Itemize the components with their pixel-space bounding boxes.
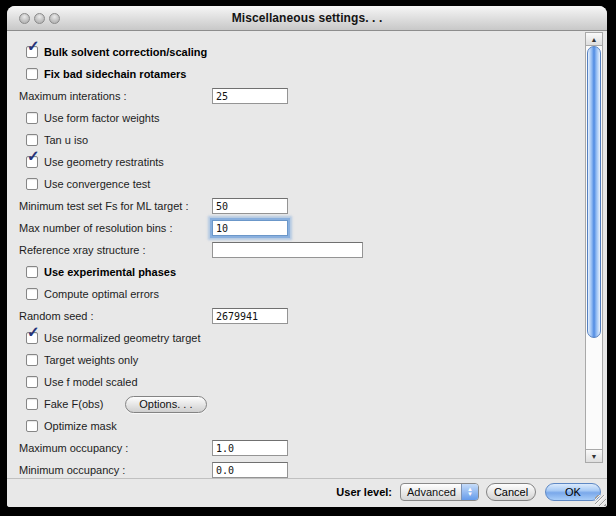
close-icon[interactable] xyxy=(19,13,30,24)
checkbox-label: Use convergence test xyxy=(44,178,150,190)
row-optimize-mask: Optimize mask xyxy=(19,415,607,437)
row-geometry-restraints: ✓ Use geometry restratints xyxy=(19,151,607,173)
row-fake-fobs: Fake F(obs) Options. . . xyxy=(19,393,607,415)
checkbox-label: Use geometry restratints xyxy=(44,156,164,168)
row-max-occupancy: Maximum occupancy : xyxy=(19,437,607,459)
checkbox-optimal-errors[interactable] xyxy=(26,288,38,300)
min-occupancy-input[interactable] xyxy=(212,462,288,478)
resize-grip[interactable] xyxy=(595,495,606,506)
field-label: Minimum test set Fs for ML target : xyxy=(19,200,189,212)
row-f-model-scaled: Use f model scaled xyxy=(19,371,607,393)
options-button[interactable]: Options. . . xyxy=(125,396,206,413)
checkbox-fake-fobs[interactable] xyxy=(26,398,38,410)
dialog-footer: User level: Advanced ▲ ▼ Cancel OK xyxy=(7,478,607,507)
field-label: Maximum occupancy : xyxy=(19,442,128,454)
checkbox-label: Optimize mask xyxy=(44,420,117,432)
row-experimental-phases: Use experimental phases xyxy=(19,261,607,283)
checkbox-label: Fix bad sidechain rotamers xyxy=(44,68,186,80)
max-occupancy-input[interactable] xyxy=(212,440,288,456)
checkbox-form-factor-weights[interactable] xyxy=(26,112,38,124)
checkbox-optimize-mask[interactable] xyxy=(26,420,38,432)
scrollbar-track[interactable] xyxy=(585,46,603,449)
user-level-select[interactable]: Advanced ▲ ▼ xyxy=(400,483,479,501)
checkbox-label: Target weights only xyxy=(44,354,138,366)
stepper-arrows-icon: ▲ ▼ xyxy=(461,484,478,500)
random-seed-input[interactable] xyxy=(212,308,288,324)
cancel-button[interactable]: Cancel xyxy=(486,483,536,501)
min-test-set-input[interactable] xyxy=(212,198,288,214)
user-level-label: User level: xyxy=(336,486,392,498)
scroll-down-arrow-icon[interactable]: ▼ xyxy=(585,449,603,463)
checkbox-label: Bulk solvent correction/scaling xyxy=(44,46,207,58)
scroll-up-arrow-icon[interactable]: ▲ xyxy=(585,32,603,46)
max-iterations-input[interactable] xyxy=(212,88,288,104)
minimize-icon[interactable] xyxy=(34,13,45,24)
zoom-icon[interactable] xyxy=(49,13,60,24)
checkbox-f-model-scaled[interactable] xyxy=(26,376,38,388)
checkbox-label: Use f model scaled xyxy=(44,376,138,388)
checkbox-label: Tan u iso xyxy=(44,134,88,146)
checkbox-target-weights[interactable] xyxy=(26,354,38,366)
row-bulk-solvent: ✓ Bulk solvent correction/scaling xyxy=(19,41,607,63)
user-level-value: Advanced xyxy=(401,486,456,498)
row-optimal-errors: Compute optimal errors xyxy=(19,283,607,305)
ok-button[interactable]: OK xyxy=(545,483,601,501)
field-label: Minimum occupancy : xyxy=(19,464,125,476)
checkmark-icon: ✓ xyxy=(27,324,40,339)
row-random-seed: Random seed : xyxy=(19,305,607,327)
checkbox-label: Fake F(obs) xyxy=(44,398,103,410)
resolution-bins-input[interactable] xyxy=(212,220,288,236)
miscellaneous-settings-dialog: Miscellaneous settings. . . ✓ Bulk solve… xyxy=(7,6,607,507)
row-resolution-bins: Max number of resolution bins : xyxy=(19,217,607,239)
title-bar[interactable]: Miscellaneous settings. . . xyxy=(7,6,607,31)
checkmark-icon: ✓ xyxy=(27,38,40,53)
window-title: Miscellaneous settings. . . xyxy=(232,11,383,25)
scrollbar-thumb[interactable] xyxy=(587,46,601,338)
checkmark-icon: ✓ xyxy=(27,148,40,163)
checkbox-label: Use form factor weights xyxy=(44,112,160,124)
row-form-factor-weights: Use form factor weights xyxy=(19,107,607,129)
row-reference-xray: Reference xray structure : xyxy=(19,239,607,261)
vertical-scrollbar: ▲ ▼ xyxy=(585,32,603,463)
row-target-weights: Target weights only xyxy=(19,349,607,371)
checkbox-label: Use normalized geometry target xyxy=(44,332,201,344)
checkbox-tan-u-iso[interactable] xyxy=(26,134,38,146)
checkbox-fix-rotamers[interactable] xyxy=(26,68,38,80)
row-fix-rotamers: Fix bad sidechain rotamers xyxy=(19,63,607,85)
row-convergence-test: Use convergence test xyxy=(19,173,607,195)
row-min-occupancy: Minimum occupancy : xyxy=(19,459,607,478)
field-label: Max number of resolution bins : xyxy=(19,222,172,234)
stepper-down-glyph: ▼ xyxy=(467,492,473,497)
reference-xray-input[interactable] xyxy=(212,242,363,258)
field-label: Random seed : xyxy=(19,310,94,322)
row-normalized-geometry: ✓ Use normalized geometry target xyxy=(19,327,607,349)
checkbox-normalized-geometry[interactable]: ✓ xyxy=(26,332,38,344)
field-label: Maximum interations : xyxy=(19,90,127,102)
scroll-down-glyph: ▼ xyxy=(591,453,598,460)
scroll-up-glyph: ▲ xyxy=(591,36,598,43)
row-tan-u-iso: Tan u iso xyxy=(19,129,607,151)
checkbox-label: Compute optimal errors xyxy=(44,288,159,300)
row-max-iterations: Maximum interations : xyxy=(19,85,607,107)
checkbox-bulk-solvent[interactable]: ✓ xyxy=(26,46,38,58)
window-controls xyxy=(19,13,60,24)
checkbox-geometry-restraints[interactable]: ✓ xyxy=(26,156,38,168)
settings-scroll-area: ✓ Bulk solvent correction/scaling Fix ba… xyxy=(7,31,607,478)
checkbox-experimental-phases[interactable] xyxy=(26,266,38,278)
row-min-test-set: Minimum test set Fs for ML target : xyxy=(19,195,607,217)
field-label: Reference xray structure : xyxy=(19,244,146,256)
checkbox-convergence-test[interactable] xyxy=(26,178,38,190)
checkbox-label: Use experimental phases xyxy=(44,266,176,278)
